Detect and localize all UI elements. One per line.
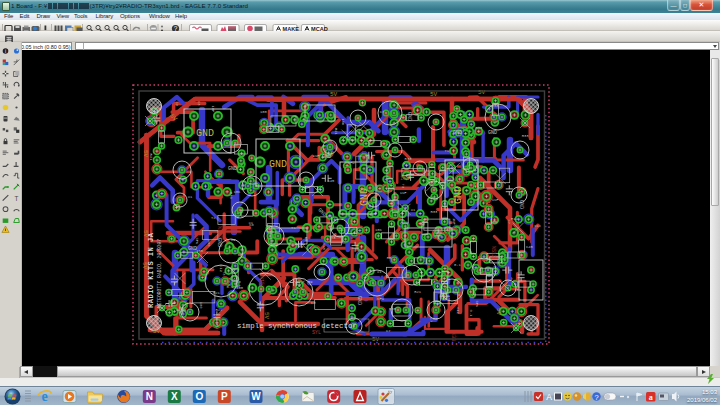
svg-text:5V: 5V [430,91,438,98]
svg-text:GND: GND [356,296,362,305]
svg-text:R33: R33 [475,126,483,130]
svg-text:100: 100 [490,220,498,224]
svg-text:C7: C7 [350,220,354,225]
svg-text:SFU: SFU [195,237,199,245]
svg-text:simple synchronous detector: simple synchronous detector [237,322,357,330]
svg-text:C3: C3 [238,253,243,257]
svg-text:0.1: 0.1 [469,310,473,318]
svg-text:GND: GND [228,166,237,172]
svg-text:T2: T2 [211,216,216,220]
svg-text:C3: C3 [175,101,179,106]
svg-text:R12: R12 [511,217,519,221]
svg-text:100: 100 [207,240,211,248]
svg-text:R21: R21 [216,308,224,312]
svg-text:T: T [15,195,19,202]
svg-text:R21: R21 [149,154,153,162]
svg-text:NS12: NS12 [490,246,496,258]
svg-text:5V: 5V [478,89,486,96]
svg-text:R21: R21 [362,136,370,140]
svg-text:IN33: IN33 [360,150,366,162]
svg-text:GND: GND [518,200,524,209]
svg-text:10K: 10K [233,190,241,194]
svg-text:C8: C8 [457,291,461,296]
svg-text:5V: 5V [495,308,502,316]
svg-text:C7: C7 [236,284,241,288]
svg-text:1uF: 1uF [452,218,456,226]
svg-text:T1: T1 [291,226,296,230]
svg-text:0.1: 0.1 [227,285,235,289]
svg-text:GND: GND [269,159,287,170]
svg-text:GND: GND [453,186,464,204]
svg-text:5V: 5V [142,150,149,158]
svg-text:1uF: 1uF [313,154,321,158]
svg-text:R33: R33 [229,192,233,200]
svg-text:C7: C7 [371,281,375,286]
svg-text:IC2: IC2 [534,224,542,228]
svg-text:?: ? [594,393,598,402]
svg-text:C12: C12 [219,265,223,273]
svg-text:10K: 10K [375,228,383,232]
svg-text:R5: R5 [304,237,308,242]
svg-text:GND: GND [196,128,214,139]
svg-text:SFU: SFU [358,249,366,253]
svg-text:1uF: 1uF [400,191,408,195]
svg-text:R5: R5 [387,256,392,260]
svg-text:100: 100 [260,110,268,114]
svg-text:SFU: SFU [475,301,479,309]
svg-text:IN4: IN4 [400,176,409,182]
svg-text:C12: C12 [456,307,460,315]
svg-text:A: A [546,392,552,402]
svg-text:O: O [195,391,203,402]
svg-text:X1: X1 [188,195,193,199]
svg-text:5V: 5V [153,328,161,335]
svg-text:0.1: 0.1 [454,263,462,267]
svg-text:C7: C7 [380,110,385,114]
svg-text:R33: R33 [430,210,438,214]
svg-text:X1: X1 [377,270,382,274]
svg-text:R9: R9 [308,280,313,284]
svg-text:T3: T3 [401,184,405,189]
svg-text:R33: R33 [492,104,500,108]
svg-text:GND: GND [216,238,222,247]
svg-text:a: a [649,393,653,402]
svg-text:T1: T1 [445,149,450,153]
svg-text:R21: R21 [403,162,411,166]
svg-text:W: W [251,391,261,402]
svg-text:10K: 10K [341,119,345,127]
svg-text:N152: N152 [258,276,264,288]
svg-text:100: 100 [196,249,204,253]
svg-text:SFU: SFU [348,161,356,165]
svg-text:C3: C3 [197,101,201,106]
svg-text:R21: R21 [249,182,257,186]
svg-text:C45: C45 [526,245,534,249]
svg-text:SYL: SYL [312,330,321,336]
svg-text:R33: R33 [405,157,413,161]
svg-text:X: X [171,391,178,402]
svg-text:R33: R33 [389,307,397,311]
svg-text:GND: GND [453,130,462,136]
svg-text:1uF: 1uF [492,198,500,202]
svg-text:T3: T3 [299,245,304,249]
svg-text:C8: C8 [236,280,241,284]
svg-text:T3: T3 [331,236,336,240]
svg-text:GND: GND [406,112,412,121]
svg-text:SFU: SFU [215,322,219,330]
svg-text:C45: C45 [322,243,326,251]
svg-text:RADIO KITS IN JA: RADIO KITS IN JA [147,232,155,308]
svg-text:R9: R9 [517,288,522,292]
svg-text:GND: GND [322,154,331,160]
svg-text:METEOROTIC RADIO, 2020207: METEOROTIC RADIO, 2020207 [157,239,162,308]
svg-text:C45: C45 [327,179,335,183]
svg-text:GND: GND [488,130,497,136]
svg-text:R21: R21 [213,291,221,295]
svg-text:1uF: 1uF [211,106,215,114]
svg-text:N: N [146,391,153,402]
svg-text:X1: X1 [411,208,416,212]
svg-text:SFU: SFU [377,297,385,301]
svg-text:NI63: NI63 [216,226,222,238]
svg-text:P: P [221,391,228,402]
svg-text:R9: R9 [231,238,236,242]
svg-text:R21: R21 [414,290,422,294]
svg-text:R21: R21 [334,128,338,136]
svg-text:i: i [5,49,6,54]
